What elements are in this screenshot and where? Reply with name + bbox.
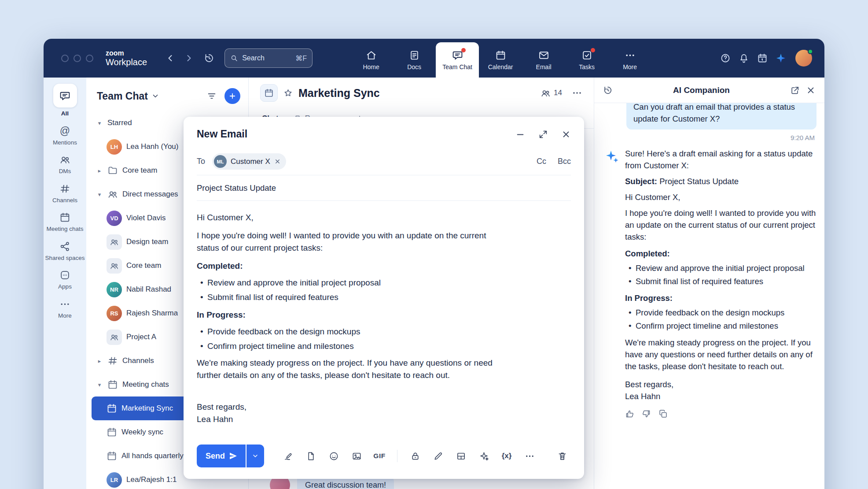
rail-item-mentions[interactable]: @ Mentions (45, 121, 85, 150)
window-minimize-button[interactable] (74, 55, 81, 62)
sidebar-title-dropdown[interactable]: Team Chat (97, 90, 159, 102)
nav-team-chat[interactable]: Team Chat (436, 42, 479, 78)
template-icon[interactable] (302, 447, 320, 465)
top-bar: zoom Workplace Search ⌘F Home Docs (44, 39, 824, 78)
ai-close-icon[interactable] (806, 85, 816, 95)
ai-sparkle-icon (605, 149, 619, 163)
rail-item-more[interactable]: More (45, 294, 85, 323)
cc-button[interactable]: Cc (537, 157, 546, 166)
avatar: VD (107, 211, 122, 226)
send-button[interactable]: Send (197, 445, 246, 467)
ai-companion-panel: AI Companion Can you draft an email that… (594, 78, 824, 489)
window-close-button[interactable] (61, 55, 69, 62)
calendar-icon (107, 403, 117, 414)
channel-more-button[interactable] (572, 88, 582, 98)
members-icon (541, 88, 551, 98)
layout-icon[interactable] (452, 447, 470, 465)
variables-button[interactable]: {x} (498, 447, 515, 465)
signature-icon[interactable] (279, 447, 297, 465)
remove-recipient-icon[interactable] (274, 158, 281, 165)
rail-item-meeting-chats[interactable]: Meeting chats (45, 207, 85, 237)
hash-icon (59, 183, 70, 194)
search-placeholder: Search (242, 54, 265, 62)
emoji-icon[interactable] (325, 447, 342, 465)
search-input[interactable]: Search ⌘F (224, 48, 313, 68)
presence-indicator (808, 49, 813, 54)
nav-calendar[interactable]: Calendar (479, 42, 522, 78)
notifications-icon[interactable] (736, 51, 751, 66)
people-icon (107, 189, 118, 200)
ellipsis-icon (59, 299, 70, 310)
ai-conversation[interactable]: Can you draft an email that provides a s… (594, 103, 824, 489)
hash-icon (107, 356, 118, 366)
edit-icon[interactable] (429, 447, 447, 465)
recipient-row: To ML Customer X Cc Bcc (197, 148, 571, 175)
home-icon (366, 50, 377, 61)
send-options-button[interactable] (246, 445, 264, 467)
topbar-right-actions (718, 50, 824, 67)
chevron-down-icon (252, 452, 259, 459)
calendar-today-icon[interactable] (755, 51, 770, 66)
star-icon[interactable] (283, 88, 293, 98)
nav-tasks[interactable]: Tasks (565, 42, 608, 78)
filter-icon[interactable] (205, 89, 218, 103)
rail-item-apps[interactable]: Apps (45, 265, 85, 294)
calendar-icon (107, 427, 117, 437)
help-icon[interactable] (718, 51, 733, 66)
history-icon[interactable] (202, 51, 217, 66)
team-icon (107, 258, 122, 274)
window-fullscreen-button[interactable] (86, 55, 93, 62)
copy-icon[interactable] (658, 409, 668, 419)
subject-field[interactable]: Project Status Update (197, 175, 571, 201)
new-chat-button[interactable] (224, 88, 240, 104)
caret-down-icon: ▾ (96, 382, 103, 388)
email-body-editor[interactable]: Hi Customer X, I hope you're doing well!… (184, 201, 584, 438)
expand-icon[interactable] (538, 130, 548, 139)
rail-item-dms[interactable]: DMs (45, 150, 85, 179)
ai-sparkle-icon[interactable] (475, 447, 493, 465)
app-window: zoom Workplace Search ⌘F Home Docs (44, 39, 824, 489)
at-icon: @ (60, 126, 70, 137)
more-options-icon[interactable] (521, 447, 538, 465)
gif-button[interactable]: GIF (371, 447, 388, 465)
brand-zoom: zoom (106, 49, 147, 57)
rail-item-channels[interactable]: Channels (45, 179, 85, 208)
ai-feedback-actions (625, 409, 817, 419)
more-icon (625, 50, 636, 61)
avatar: RS (107, 306, 122, 321)
rail-item-shared-spaces[interactable]: Shared spaces (45, 237, 85, 266)
close-icon[interactable] (561, 130, 571, 139)
unread-badge (591, 48, 595, 52)
minimize-icon[interactable] (515, 130, 525, 139)
members-button[interactable]: 14 (541, 88, 562, 98)
nav-docs[interactable]: Docs (393, 42, 436, 78)
image-icon[interactable] (348, 447, 365, 465)
docs-icon (409, 50, 420, 61)
open-in-new-icon[interactable] (790, 85, 800, 95)
compose-header: New Email (184, 117, 584, 148)
profile-avatar[interactable] (795, 50, 812, 67)
recipient-chip[interactable]: ML Customer X (212, 153, 286, 170)
to-label: To (197, 157, 205, 166)
recipient-avatar: ML (214, 155, 227, 168)
rail-item-all[interactable]: All (45, 83, 85, 121)
trash-icon[interactable] (553, 447, 571, 465)
compose-title: New Email (197, 128, 247, 140)
thumbs-up-icon[interactable] (625, 409, 634, 419)
encrypt-icon[interactable] (406, 447, 424, 465)
back-button[interactable] (163, 51, 178, 66)
forward-button[interactable] (181, 51, 196, 66)
bcc-button[interactable]: Bcc (558, 157, 571, 166)
new-email-modal: New Email To ML Customer X (184, 117, 584, 479)
ai-companion-icon[interactable] (773, 51, 788, 66)
nav-more[interactable]: More (608, 42, 651, 78)
main-navigation: Home Docs Team Chat Calendar Email Tasks (349, 39, 651, 78)
nav-email[interactable]: Email (522, 42, 565, 78)
thumbs-down-icon[interactable] (642, 409, 651, 419)
ai-panel-header: AI Companion (594, 78, 824, 103)
nav-home[interactable]: Home (349, 42, 393, 78)
chevron-down-icon (151, 92, 159, 100)
calendar-icon (107, 379, 118, 390)
avatar: LR (107, 472, 122, 488)
ai-history-icon[interactable] (603, 85, 613, 95)
